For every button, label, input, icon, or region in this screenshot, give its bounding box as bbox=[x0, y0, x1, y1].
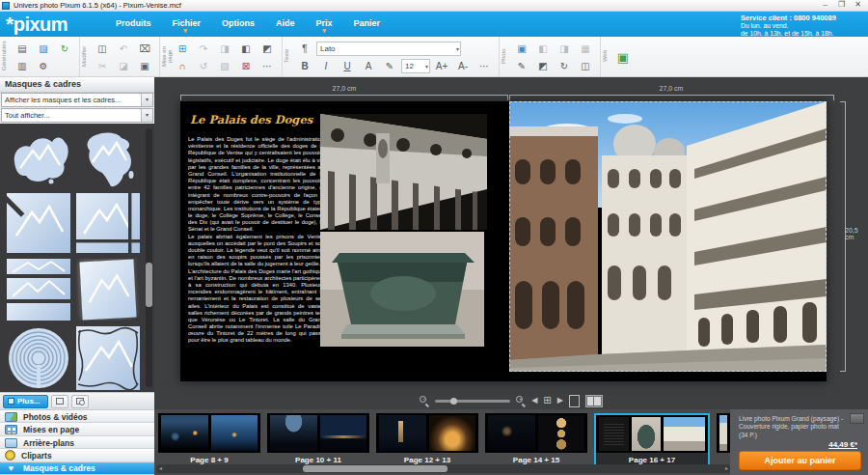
mask-strips[interactable] bbox=[7, 259, 70, 321]
sidebar-item-cliparts[interactable]: Cliparts bbox=[0, 449, 154, 461]
increase-font-button[interactable]: A+ bbox=[432, 58, 451, 74]
mask-grunge-frame[interactable] bbox=[76, 326, 140, 390]
textbox-icon[interactable]: ¶ bbox=[295, 41, 314, 57]
more-masks-button[interactable]: Plus... bbox=[3, 395, 48, 408]
grid-icon[interactable]: ⊞ bbox=[173, 41, 192, 57]
mask-australia[interactable] bbox=[7, 129, 70, 187]
undo-icon[interactable]: ↶ bbox=[114, 41, 133, 57]
chevron-down-icon[interactable]: ▾ bbox=[141, 94, 152, 106]
remove-photo-icon[interactable]: ⊠ bbox=[236, 58, 256, 74]
chevron-down-icon[interactable]: ▾ bbox=[141, 109, 152, 122]
sidebar-item-photos-videos[interactable]: Photos & vidéos bbox=[0, 410, 154, 423]
minimize-button[interactable]: – bbox=[817, 0, 833, 11]
magnet-icon[interactable]: ∩ bbox=[173, 58, 192, 74]
mask-polaroid[interactable] bbox=[76, 259, 140, 321]
page-thumb-14-15[interactable]: Page 14 + 15 bbox=[485, 413, 587, 466]
mask-panel-scrollbar[interactable] bbox=[146, 128, 152, 387]
photo-bronze-well[interactable] bbox=[320, 232, 484, 347]
mask-mode-a-button[interactable] bbox=[51, 395, 68, 408]
page-thumb-next-partial[interactable] bbox=[717, 413, 730, 466]
refresh-layout-icon[interactable]: ↺ bbox=[194, 58, 213, 74]
italic-button[interactable]: I bbox=[316, 58, 336, 74]
spread-view-button[interactable] bbox=[585, 395, 603, 407]
menu-prix[interactable]: Prix▾ bbox=[316, 18, 333, 28]
sidebar-item-arriere-plans[interactable]: Arrière-plans bbox=[0, 436, 154, 449]
bold-button[interactable]: B bbox=[295, 58, 314, 74]
open-layout-icon[interactable]: ◨ bbox=[215, 41, 234, 57]
page-body-text[interactable]: Le Palais des Doges fut le siège de l'ad… bbox=[188, 136, 324, 376]
sidebar-item-mises-en-page[interactable]: Mises en page bbox=[0, 423, 154, 435]
sidebar-item-masques-cadres[interactable]: ♥ Masques & cadres bbox=[0, 462, 154, 475]
page-thumb-8-9[interactable]: Page 8 + 9 bbox=[158, 413, 260, 466]
single-page-view-button[interactable] bbox=[569, 395, 580, 407]
add-photo-icon[interactable]: ▣ bbox=[512, 41, 531, 57]
zoom-toolbar: − + ◀ ⊞ ▶ bbox=[154, 392, 868, 409]
save-icon[interactable]: ▤ bbox=[13, 41, 32, 57]
copy-icon[interactable]: ◫ bbox=[93, 41, 112, 57]
menu-panier[interactable]: Panier bbox=[354, 18, 381, 28]
zoom-in-icon[interactable]: + bbox=[516, 396, 526, 405]
menu-fichier[interactable]: Fichier▾ bbox=[173, 18, 202, 28]
redo-icon[interactable]: ↷ bbox=[194, 41, 213, 57]
filmstrip-scrollbar[interactable]: ◂ ▸ bbox=[156, 464, 731, 473]
menu-aide[interactable]: Aide bbox=[276, 18, 295, 28]
swap-image-alt-icon[interactable]: ◩ bbox=[258, 41, 277, 57]
mask-b-icon[interactable]: ◨ bbox=[555, 41, 574, 57]
fit-view-button[interactable]: ⊞ bbox=[543, 396, 551, 405]
photo-colonnade[interactable] bbox=[320, 114, 487, 230]
folder-icon[interactable]: ▨ bbox=[215, 58, 234, 74]
mask-labyrinth[interactable] bbox=[7, 326, 70, 390]
font-family-select[interactable]: Lato▾ bbox=[316, 42, 461, 56]
page-thumb-12-13[interactable]: Page 12 + 13 bbox=[376, 413, 478, 466]
album-view-icon[interactable]: ◫ bbox=[576, 58, 595, 74]
paste-icon[interactable]: ▣ bbox=[135, 58, 154, 74]
rotate-photo-icon[interactable]: ↻ bbox=[555, 58, 574, 74]
next-page-button[interactable]: ▶ bbox=[557, 396, 563, 405]
scroll-left-icon[interactable]: ◂ bbox=[156, 464, 165, 473]
open-project-icon[interactable]: ▨ bbox=[34, 41, 53, 57]
mask-c-icon[interactable]: ◩ bbox=[533, 58, 553, 74]
save-as-icon[interactable]: ▥ bbox=[13, 58, 32, 74]
decrease-font-button[interactable]: A- bbox=[453, 58, 473, 74]
previous-page-button[interactable]: ◀ bbox=[531, 396, 537, 405]
page-title[interactable]: Le Palais des Doges bbox=[190, 113, 312, 126]
zoom-out-icon[interactable]: − bbox=[420, 396, 429, 405]
add-to-cart-button[interactable]: Ajouter au panier bbox=[739, 451, 861, 470]
web-upload-icon[interactable]: ▣ bbox=[613, 49, 633, 66]
product-price[interactable]: 44,49 €* bbox=[739, 440, 857, 449]
underline-button[interactable]: U bbox=[338, 58, 357, 74]
show-all-select[interactable]: Tout afficher... ▾ bbox=[1, 108, 153, 123]
sync-icon[interactable]: ↻ bbox=[55, 41, 74, 57]
menu-options[interactable]: Options bbox=[222, 18, 255, 28]
mask-a-icon[interactable]: ◧ bbox=[533, 41, 553, 57]
mask-cross-frame[interactable] bbox=[76, 193, 140, 253]
delete-icon[interactable]: ⌧ bbox=[135, 41, 154, 57]
font-size-select[interactable]: 12▾ bbox=[401, 59, 430, 73]
highlight-pen-icon[interactable]: ✎ bbox=[380, 58, 399, 74]
more-options-icon[interactable]: ⋯ bbox=[258, 58, 277, 74]
scrollbar-thumb[interactable] bbox=[303, 465, 448, 472]
swap-image-icon[interactable]: ◧ bbox=[236, 41, 256, 57]
settings-gear-icon[interactable]: ⚙ bbox=[34, 58, 53, 74]
close-button[interactable]: ✕ bbox=[850, 0, 866, 11]
mask-filter-select[interactable]: Afficher les masques et les cadres... ▾ bbox=[1, 93, 153, 107]
page-thumb-10-11[interactable]: Page 10 + 11 bbox=[267, 413, 369, 466]
page-thumb-16-17-selected[interactable]: Page 16 + 17 bbox=[594, 413, 710, 466]
cut-icon[interactable]: ✂ bbox=[93, 58, 112, 74]
maximize-button[interactable]: ❐ bbox=[833, 0, 850, 11]
more-text-options-icon[interactable]: ⋯ bbox=[475, 58, 494, 74]
menu-produits[interactable]: Produits bbox=[116, 18, 151, 28]
zoom-slider-handle[interactable] bbox=[450, 398, 457, 405]
mask-diagonal-frame[interactable] bbox=[7, 193, 70, 253]
duplicate-icon[interactable]: ◪ bbox=[114, 58, 133, 74]
frame-icon[interactable]: ▦ bbox=[576, 41, 595, 57]
photo-courtyard-selected[interactable] bbox=[509, 101, 827, 372]
font-color-button[interactable]: A bbox=[359, 58, 378, 74]
mask-africa[interactable] bbox=[76, 129, 140, 187]
edit-photo-icon[interactable]: ✎ bbox=[512, 58, 531, 74]
book-spread[interactable]: Le Palais des Doges Le Palais des Doges … bbox=[180, 101, 827, 381]
scrollbar-thumb[interactable] bbox=[146, 263, 152, 307]
zoom-slider[interactable] bbox=[435, 400, 510, 403]
mask-mode-b-button[interactable] bbox=[71, 395, 89, 408]
editor-canvas[interactable]: 27,0 cm 27,0 cm 20,5 cm Le Palais des Do… bbox=[154, 77, 868, 392]
